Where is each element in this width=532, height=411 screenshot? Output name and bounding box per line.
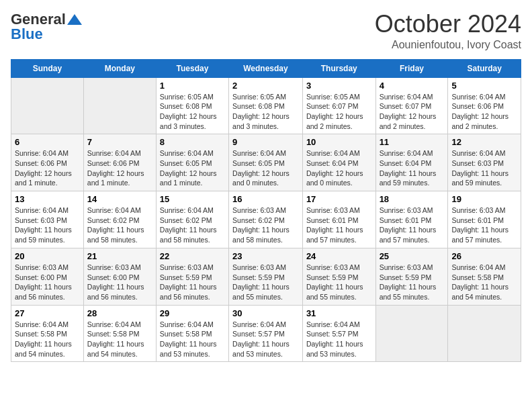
table-row: 16Sunrise: 6:03 AM Sunset: 6:02 PM Dayli… (229, 191, 303, 248)
day-number: 6 (15, 137, 80, 147)
day-number: 24 (306, 251, 372, 261)
day-info: Sunrise: 6:03 AM Sunset: 6:02 PM Dayligh… (232, 205, 299, 245)
day-number: 28 (87, 308, 152, 318)
week-row-3: 13Sunrise: 6:04 AM Sunset: 6:03 PM Dayli… (11, 191, 521, 248)
day-number: 10 (306, 137, 372, 147)
day-number: 7 (87, 137, 152, 147)
day-number: 1 (160, 81, 225, 91)
logo-icon (67, 14, 82, 25)
day-number: 4 (380, 81, 445, 91)
table-row (11, 77, 84, 134)
header-wednesday: Wednesday (229, 59, 303, 77)
day-info: Sunrise: 6:04 AM Sunset: 6:05 PM Dayligh… (232, 148, 299, 188)
table-row: 6Sunrise: 6:04 AM Sunset: 6:06 PM Daylig… (11, 134, 84, 191)
table-row: 22Sunrise: 6:03 AM Sunset: 5:59 PM Dayli… (156, 248, 228, 305)
table-row: 24Sunrise: 6:03 AM Sunset: 5:59 PM Dayli… (302, 248, 375, 305)
table-row: 14Sunrise: 6:04 AM Sunset: 6:02 PM Dayli… (83, 191, 156, 248)
day-number: 8 (160, 137, 225, 147)
day-number: 25 (380, 251, 445, 261)
table-row: 15Sunrise: 6:04 AM Sunset: 6:02 PM Dayli… (156, 191, 228, 248)
day-number: 15 (160, 194, 225, 204)
day-info: Sunrise: 6:03 AM Sunset: 5:59 PM Dayligh… (160, 263, 225, 302)
day-info: Sunrise: 6:04 AM Sunset: 5:58 PM Dayligh… (87, 320, 152, 359)
day-number: 23 (232, 251, 299, 261)
day-info: Sunrise: 6:04 AM Sunset: 6:06 PM Dayligh… (87, 148, 152, 188)
day-info: Sunrise: 6:04 AM Sunset: 5:57 PM Dayligh… (306, 320, 372, 359)
day-info: Sunrise: 6:04 AM Sunset: 5:57 PM Dayligh… (232, 320, 299, 359)
day-info: Sunrise: 6:04 AM Sunset: 6:07 PM Dayligh… (380, 92, 445, 132)
day-info: Sunrise: 6:04 AM Sunset: 5:58 PM Dayligh… (451, 263, 517, 302)
table-row: 26Sunrise: 6:04 AM Sunset: 5:58 PM Dayli… (448, 248, 521, 305)
day-number: 17 (306, 194, 372, 204)
day-info: Sunrise: 6:05 AM Sunset: 6:08 PM Dayligh… (160, 92, 225, 132)
table-row: 5Sunrise: 6:04 AM Sunset: 6:06 PM Daylig… (448, 77, 521, 134)
day-info: Sunrise: 6:04 AM Sunset: 6:04 PM Dayligh… (306, 148, 372, 188)
table-row: 13Sunrise: 6:04 AM Sunset: 6:03 PM Dayli… (11, 191, 84, 248)
table-row: 25Sunrise: 6:03 AM Sunset: 5:59 PM Dayli… (375, 248, 448, 305)
table-row (448, 305, 521, 362)
day-info: Sunrise: 6:04 AM Sunset: 5:58 PM Dayligh… (160, 320, 225, 359)
day-number: 29 (160, 308, 225, 318)
table-row: 18Sunrise: 6:03 AM Sunset: 6:01 PM Dayli… (375, 191, 448, 248)
header-tuesday: Tuesday (156, 59, 228, 77)
table-row (83, 77, 156, 134)
week-row-4: 20Sunrise: 6:03 AM Sunset: 6:00 PM Dayli… (11, 248, 521, 305)
day-info: Sunrise: 6:04 AM Sunset: 6:06 PM Dayligh… (451, 92, 517, 132)
day-number: 18 (380, 194, 445, 204)
table-row: 1Sunrise: 6:05 AM Sunset: 6:08 PM Daylig… (156, 77, 228, 134)
header-friday: Friday (375, 59, 448, 77)
header-monday: Monday (83, 59, 156, 77)
day-number: 21 (87, 251, 152, 261)
header-saturday: Saturday (448, 59, 521, 77)
day-info: Sunrise: 6:03 AM Sunset: 6:00 PM Dayligh… (15, 263, 80, 302)
day-number: 19 (451, 194, 517, 204)
table-row: 31Sunrise: 6:04 AM Sunset: 5:57 PM Dayli… (302, 305, 375, 362)
day-info: Sunrise: 6:04 AM Sunset: 6:02 PM Dayligh… (160, 205, 225, 245)
table-row: 19Sunrise: 6:03 AM Sunset: 6:01 PM Dayli… (448, 191, 521, 248)
day-number: 26 (451, 251, 517, 261)
weekday-header-row: Sunday Monday Tuesday Wednesday Thursday… (11, 59, 521, 77)
table-row: 21Sunrise: 6:03 AM Sunset: 6:00 PM Dayli… (83, 248, 156, 305)
header-sunday: Sunday (11, 59, 84, 77)
day-info: Sunrise: 6:04 AM Sunset: 6:06 PM Dayligh… (15, 148, 80, 188)
day-info: Sunrise: 6:04 AM Sunset: 5:58 PM Dayligh… (15, 320, 80, 359)
day-info: Sunrise: 6:04 AM Sunset: 6:04 PM Dayligh… (380, 148, 445, 188)
table-row: 3Sunrise: 6:05 AM Sunset: 6:07 PM Daylig… (302, 77, 375, 134)
day-number: 14 (87, 194, 152, 204)
calendar-title: October 2024 (375, 11, 521, 38)
day-info: Sunrise: 6:03 AM Sunset: 6:01 PM Dayligh… (380, 205, 445, 245)
day-info: Sunrise: 6:04 AM Sunset: 6:02 PM Dayligh… (87, 205, 152, 245)
day-info: Sunrise: 6:03 AM Sunset: 6:00 PM Dayligh… (87, 263, 152, 302)
day-info: Sunrise: 6:03 AM Sunset: 6:01 PM Dayligh… (451, 205, 517, 245)
svg-marker-0 (67, 14, 82, 25)
day-number: 27 (15, 308, 80, 318)
table-row: 17Sunrise: 6:03 AM Sunset: 6:01 PM Dayli… (302, 191, 375, 248)
table-row: 29Sunrise: 6:04 AM Sunset: 5:58 PM Dayli… (156, 305, 228, 362)
day-number: 3 (306, 81, 372, 91)
day-info: Sunrise: 6:04 AM Sunset: 6:03 PM Dayligh… (15, 205, 80, 245)
table-row: 28Sunrise: 6:04 AM Sunset: 5:58 PM Dayli… (83, 305, 156, 362)
day-info: Sunrise: 6:03 AM Sunset: 5:59 PM Dayligh… (306, 263, 372, 302)
day-number: 2 (232, 81, 299, 91)
week-row-2: 6Sunrise: 6:04 AM Sunset: 6:06 PM Daylig… (11, 134, 521, 191)
table-row: 12Sunrise: 6:04 AM Sunset: 6:03 PM Dayli… (448, 134, 521, 191)
table-row (375, 305, 448, 362)
table-row: 11Sunrise: 6:04 AM Sunset: 6:04 PM Dayli… (375, 134, 448, 191)
table-row: 7Sunrise: 6:04 AM Sunset: 6:06 PM Daylig… (83, 134, 156, 191)
day-number: 13 (15, 194, 80, 204)
day-number: 20 (15, 251, 80, 261)
table-row: 2Sunrise: 6:05 AM Sunset: 6:08 PM Daylig… (229, 77, 303, 134)
day-info: Sunrise: 6:03 AM Sunset: 6:01 PM Dayligh… (306, 205, 372, 245)
table-row: 10Sunrise: 6:04 AM Sunset: 6:04 PM Dayli… (302, 134, 375, 191)
logo: General Blue (11, 11, 82, 43)
day-info: Sunrise: 6:05 AM Sunset: 6:08 PM Dayligh… (232, 92, 299, 132)
table-row: 20Sunrise: 6:03 AM Sunset: 6:00 PM Dayli… (11, 248, 84, 305)
table-row: 9Sunrise: 6:04 AM Sunset: 6:05 PM Daylig… (229, 134, 303, 191)
day-number: 12 (451, 137, 517, 147)
day-number: 9 (232, 137, 299, 147)
day-info: Sunrise: 6:04 AM Sunset: 6:03 PM Dayligh… (451, 148, 517, 188)
day-number: 31 (306, 308, 372, 318)
table-row: 4Sunrise: 6:04 AM Sunset: 6:07 PM Daylig… (375, 77, 448, 134)
table-row: 23Sunrise: 6:03 AM Sunset: 5:59 PM Dayli… (229, 248, 303, 305)
day-info: Sunrise: 6:05 AM Sunset: 6:07 PM Dayligh… (306, 92, 372, 132)
